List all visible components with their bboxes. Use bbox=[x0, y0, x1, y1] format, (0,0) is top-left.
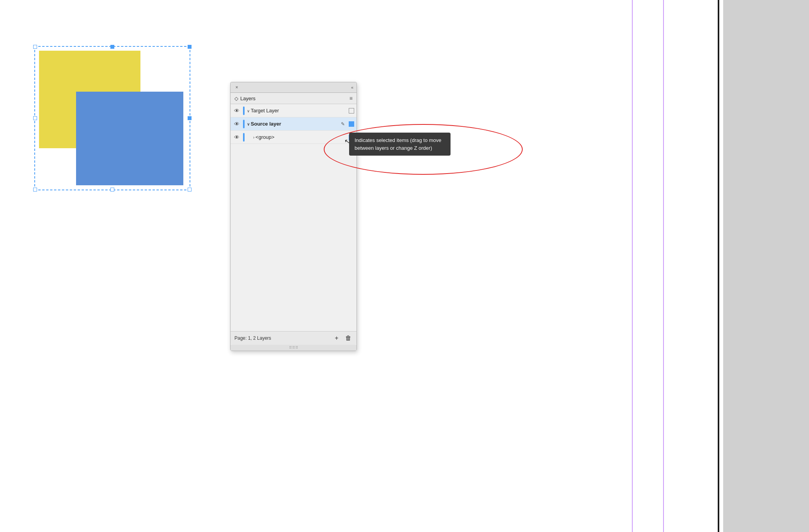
layer-selector-source[interactable] bbox=[349, 121, 354, 127]
add-layer-button[interactable]: + bbox=[332, 334, 341, 342]
guide-line-purple-1 bbox=[632, 0, 633, 532]
layer-visibility-icon-source[interactable]: 👁 bbox=[233, 120, 241, 128]
layer-name-source: ∨ Source layer bbox=[247, 121, 337, 127]
handle-top-center[interactable] bbox=[110, 45, 114, 49]
layer-row-group[interactable]: 👁 › <group> bbox=[231, 131, 357, 144]
footer-actions: + 🗑 bbox=[332, 334, 353, 342]
panel-title: ◇ Layers bbox=[234, 96, 255, 101]
expand-caret-source[interactable]: ∨ bbox=[247, 122, 251, 126]
tooltip-text: Indicates selected items (drag to move b… bbox=[355, 137, 442, 151]
layer-row-source[interactable]: 👁 ∨ Source layer ✎ bbox=[231, 117, 357, 131]
layer-label-target: Target Layer bbox=[251, 108, 279, 113]
layer-name-group: › <group> bbox=[247, 134, 346, 140]
drag-dots-icon: ⠿⠿⠿ bbox=[289, 346, 298, 350]
layer-visibility-icon-target[interactable]: 👁 bbox=[233, 107, 241, 115]
panel-drag-handle[interactable]: ⠿⠿⠿ bbox=[231, 345, 357, 351]
footer-page-label: Page: 1, 2 Layers bbox=[234, 335, 271, 341]
layer-color-bar-target bbox=[243, 106, 245, 115]
selection-box bbox=[34, 46, 190, 190]
layer-label-source: Source layer bbox=[251, 121, 281, 127]
layers-icon: ◇ bbox=[234, 96, 238, 101]
panel-collapse-button[interactable]: « bbox=[351, 85, 353, 90]
layer-label-group: <group> bbox=[255, 134, 274, 140]
delete-layer-button[interactable]: 🗑 bbox=[344, 334, 353, 342]
handle-top-right[interactable] bbox=[188, 45, 192, 49]
layer-color-bar-group bbox=[243, 133, 245, 142]
panel-title-label: Layers bbox=[240, 96, 255, 101]
handle-middle-right[interactable] bbox=[188, 116, 192, 120]
layer-row-target[interactable]: 👁 ∨ Target Layer bbox=[231, 104, 357, 117]
layer-visibility-icon-group[interactable]: 👁 bbox=[233, 133, 241, 141]
panel-menu-button[interactable]: ≡ bbox=[350, 95, 353, 101]
right-panel bbox=[723, 0, 809, 532]
layer-selector-target[interactable] bbox=[349, 108, 354, 113]
panel-header: ◇ Layers ≡ bbox=[231, 93, 357, 104]
guide-line-black bbox=[718, 0, 719, 532]
panel-body bbox=[231, 144, 357, 331]
handle-bottom-center[interactable] bbox=[110, 188, 114, 192]
handle-bottom-left[interactable] bbox=[33, 188, 37, 192]
handle-bottom-right[interactable] bbox=[188, 188, 192, 192]
layer-color-bar-source bbox=[243, 120, 245, 128]
layer-edit-pencil-icon[interactable]: ✎ bbox=[339, 121, 346, 128]
panel-titlebar: × « bbox=[231, 82, 357, 93]
panel-footer: Page: 1, 2 Layers + 🗑 bbox=[231, 331, 357, 345]
layer-name-target: ∨ Target Layer bbox=[247, 108, 346, 113]
handle-middle-left[interactable] bbox=[33, 116, 37, 120]
handle-top-left[interactable] bbox=[33, 45, 37, 49]
panel-close-button[interactable]: × bbox=[234, 84, 240, 90]
guide-line-purple-2 bbox=[663, 0, 664, 532]
expand-caret-target[interactable]: ∨ bbox=[247, 109, 251, 113]
layers-panel: × « ◇ Layers ≡ 👁 ∨ Target Layer 👁 ∨ Sour… bbox=[230, 82, 357, 351]
tooltip: Indicates selected items (drag to move b… bbox=[349, 133, 451, 156]
